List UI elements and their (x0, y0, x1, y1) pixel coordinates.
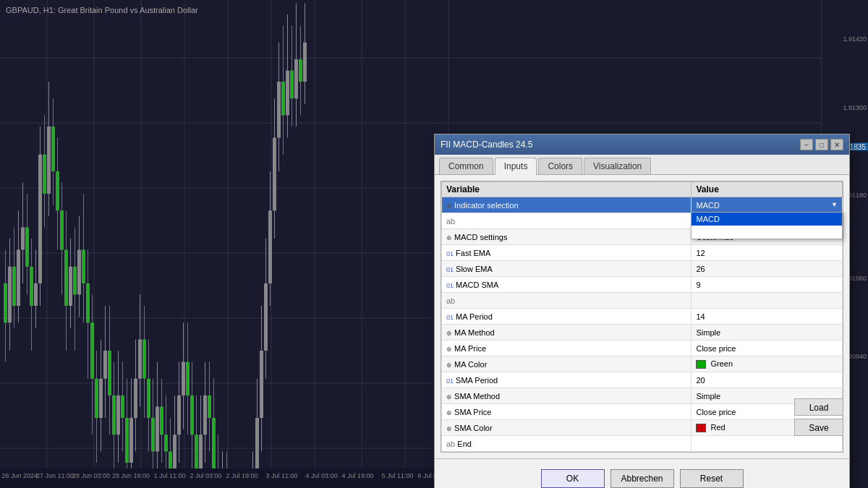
value-cell: Simple (692, 325, 843, 341)
variable-cell: ⊕ MA Method (442, 325, 692, 341)
variable-cell: 01 Fast EMA (442, 245, 692, 261)
sma-color-swatch (696, 424, 706, 432)
side-buttons: Load Save (794, 398, 843, 436)
dialog-title: FII MACD-Candles 24.5 (441, 140, 532, 150)
value-cell: Close price (692, 341, 843, 356)
table-row-ab2: ab (442, 293, 843, 309)
table-row[interactable]: 01 Fast EMA 12 (442, 245, 843, 261)
dialog-content: Variable Value ⊕ Indicator selection (435, 175, 849, 458)
ma-color-swatch (696, 360, 706, 369)
save-button[interactable]: Save (794, 419, 843, 436)
ab-end-value (692, 436, 843, 452)
row-icon: 01 (446, 377, 454, 385)
ab-label-2: ab (442, 293, 692, 309)
minimize-button[interactable]: − (800, 139, 813, 150)
dropdown-option-macd[interactable]: MACD (692, 213, 842, 226)
value-cell[interactable]: 14 (692, 309, 843, 325)
dialog-tabs: Common Inputs Colors Visualization (435, 155, 849, 175)
dialog-bottom: OK Abbrechen Reset (435, 458, 849, 488)
row-icon: 01 (446, 250, 454, 257)
abbrechen-button[interactable]: Abbrechen (610, 469, 674, 488)
row-icon: ⊕ (446, 346, 452, 353)
row-icon: ⊕ (446, 425, 452, 432)
value-cell[interactable]: 20 (692, 372, 843, 388)
variable-cell: 01 SMA Period (442, 372, 692, 388)
dialog-controls: − □ ✕ (800, 139, 843, 150)
table-row[interactable]: 01 SMA Period 20 (442, 372, 843, 388)
variable-cell: ⊕ MACD settings (442, 229, 692, 245)
tab-colors[interactable]: Colors (538, 158, 582, 174)
variable-cell: 01 Slow EMA (442, 261, 692, 277)
variable-cell: ⊕ SMA Method (442, 388, 692, 404)
table-row[interactable]: ⊕ SMA Color Red (442, 420, 843, 436)
table-row[interactable]: ⊕ MA Price Close price (442, 341, 843, 356)
tab-inputs[interactable]: Inputs (495, 158, 537, 175)
variable-cell: ⊕ MA Price (442, 341, 692, 356)
table-row[interactable]: 01 MACD SMA 9 (442, 277, 843, 293)
dropdown-value: MACD (696, 201, 719, 210)
close-button[interactable]: ✕ (830, 139, 843, 150)
dialog-overlay: FII MACD-Candles 24.5 − □ ✕ Common Input… (0, 0, 868, 488)
params-table: Variable Value ⊕ Indicator selection (441, 181, 843, 452)
bottom-buttons: OK Abbrechen Reset (441, 469, 843, 488)
dialog-titlebar: FII MACD-Candles 24.5 − □ ✕ (435, 134, 849, 155)
row-icon: ⊕ (446, 330, 452, 337)
row-icon: ⊕ (446, 361, 452, 369)
col-value: Value (692, 182, 843, 197)
table-row[interactable]: 01 Slow EMA 26 (442, 261, 843, 277)
table-row-ab-end: ab End (442, 436, 843, 452)
variable-cell: 01 MACD SMA (442, 277, 692, 293)
ok-button[interactable]: OK (541, 469, 605, 488)
dropdown-arrow-icon: ▼ (831, 201, 838, 208)
tab-common[interactable]: Common (439, 158, 493, 174)
table-row[interactable]: ⊕ MA Color Green (442, 356, 843, 372)
variable-cell: ⊕ SMA Price (442, 404, 692, 420)
value-cell[interactable]: Green (692, 356, 843, 372)
row-icon: 01 (446, 266, 454, 273)
dropdown-option-ma[interactable]: Moving Average (MA) (692, 226, 842, 239)
col-variable: Variable (442, 182, 692, 197)
ab-end-label: ab End (442, 436, 692, 452)
load-button[interactable]: Load (794, 398, 843, 416)
table-row[interactable]: ⊕ MA Method Simple (442, 325, 843, 341)
table-row[interactable]: ⊕ SMA Price Close price (442, 404, 843, 420)
params-tbody: ⊕ Indicator selection MACD ▼ MACD Moving… (442, 197, 843, 452)
macd-dropdown: MACD Moving Average (MA) (691, 212, 843, 239)
row-icon: 01 (446, 314, 454, 321)
table-row[interactable]: ⊕ SMA Method Simple (442, 388, 843, 404)
row-icon: ⊕ (446, 234, 452, 241)
value-cell[interactable]: MACD ▼ MACD Moving Average (MA) (692, 197, 843, 213)
value-cell[interactable]: 12 (692, 245, 843, 261)
row-icon: ⊕ (446, 409, 452, 416)
dialog: FII MACD-Candles 24.5 − □ ✕ Common Input… (434, 134, 850, 488)
maximize-button[interactable]: □ (815, 139, 828, 150)
value-cell[interactable]: 26 (692, 261, 843, 277)
variable-cell: ⊕ Indicator selection (442, 197, 692, 213)
variable-cell: ⊕ SMA Color (442, 420, 692, 436)
row-icon: ⊕ (446, 393, 452, 401)
value-cell[interactable]: 9 (692, 277, 843, 293)
table-wrapper: Variable Value ⊕ Indicator selection (441, 181, 843, 453)
table-row[interactable]: ⊕ Indicator selection MACD ▼ MACD Moving… (442, 197, 843, 213)
tab-visualization[interactable]: Visualization (584, 158, 651, 174)
variable-cell: 01 MA Period (442, 309, 692, 325)
ab-value-2 (692, 293, 843, 309)
row-icon: ⊕ (446, 202, 452, 210)
reset-button[interactable]: Reset (680, 469, 744, 488)
row-icon: 01 (446, 282, 454, 289)
table-row[interactable]: 01 MA Period 14 (442, 309, 843, 325)
ab-label-1: ab (442, 213, 692, 229)
variable-cell: ⊕ MA Color (442, 356, 692, 372)
